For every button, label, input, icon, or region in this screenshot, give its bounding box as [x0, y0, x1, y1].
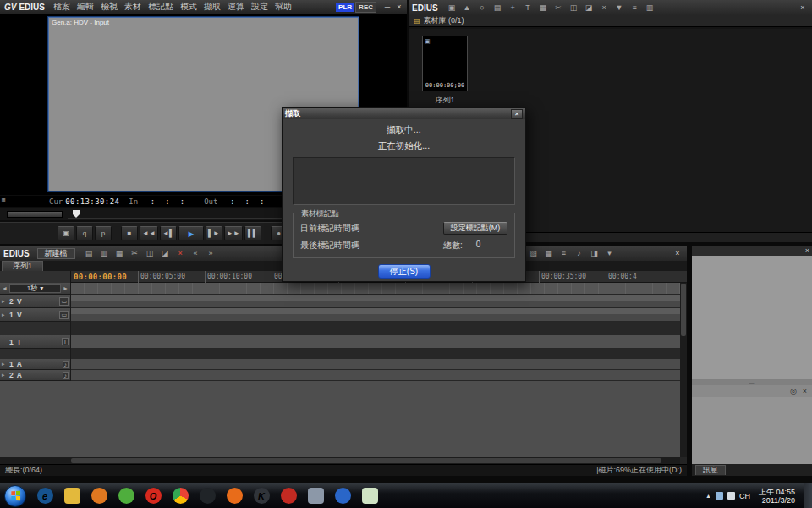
menu-view[interactable]: 檢視 [97, 1, 121, 13]
expand-icon[interactable]: ▸ [2, 372, 8, 378]
options-icon[interactable]: ▾ [603, 248, 616, 259]
explorer-icon[interactable] [59, 485, 85, 507]
audio-track-icon[interactable]: ♪ [63, 372, 69, 379]
new-project-icon[interactable]: ▤ [83, 248, 96, 259]
search-icon[interactable]: ○ [476, 3, 489, 14]
menu-file[interactable]: 檔案 [50, 1, 74, 13]
preview-icon[interactable]: ◎ [790, 387, 797, 395]
time-scale-selector[interactable]: ◄ 1秒▾ ► [0, 283, 71, 295]
audio-monitor-icon[interactable]: ♪ [573, 248, 585, 259]
open-project-icon[interactable]: ▥ [98, 248, 111, 259]
clock[interactable]: 上午 04:55 2011/3/20 [754, 488, 799, 505]
menu-render[interactable]: 運算 [224, 1, 248, 13]
expand-icon[interactable]: ▸ [2, 298, 8, 305]
track-header-2a[interactable]: ▸ 2 A ♪ [0, 370, 71, 381]
copy-icon[interactable]: ◫ [568, 3, 580, 14]
track-lane-1a[interactable] [71, 359, 680, 370]
bin-folder-label[interactable]: 素材庫 (0/1) [424, 15, 464, 26]
timeline-vscrollbar[interactable] [680, 283, 687, 457]
step-forward-button[interactable]: ▌► [206, 226, 222, 240]
qq-icon[interactable] [195, 485, 220, 507]
expand-icon[interactable]: ▸ [2, 312, 8, 318]
audio-track-icon[interactable]: ♪ [63, 361, 69, 368]
capture-button[interactable]: ▣ [58, 226, 74, 240]
folder-up-icon[interactable]: ▲ [461, 3, 474, 14]
list-view-icon[interactable]: ▥ [644, 3, 656, 14]
step-back-button[interactable]: ◄▌ [160, 226, 177, 240]
menu-mode[interactable]: 模式 [177, 1, 200, 13]
palette-close-button[interactable]: × [805, 246, 809, 255]
notepad-icon[interactable] [357, 485, 382, 507]
track-header-1a[interactable]: ▸ 1 A ♪ [0, 359, 71, 370]
scale-right-icon[interactable]: ► [63, 285, 69, 291]
undo-icon[interactable]: « [189, 248, 202, 259]
show-desktop-button[interactable] [804, 483, 812, 508]
hidden-icons-button[interactable]: ▲ [705, 493, 711, 499]
track-lane-1v[interactable] [71, 308, 680, 322]
new-sequence-icon[interactable]: ▣ [446, 3, 458, 14]
project-name-field[interactable]: 新建檔 [37, 248, 75, 259]
effects-icon[interactable]: ◨ [588, 248, 601, 259]
chrome-icon[interactable] [167, 485, 193, 507]
panel-close-icon[interactable]: × [803, 387, 807, 395]
volume-tray-icon[interactable] [727, 492, 735, 500]
expand-icon[interactable]: ▸ [2, 361, 8, 367]
scale-left-icon[interactable]: ◄ [2, 285, 8, 291]
menu-help[interactable]: 幫助 [272, 1, 295, 13]
sort-icon[interactable]: ▼ [613, 3, 626, 14]
track-header-2v[interactable]: ▸ 2 V ▭ [0, 295, 71, 308]
app-red-icon[interactable] [276, 485, 301, 507]
video-track-icon[interactable]: ▭ [59, 297, 69, 306]
calculator-icon[interactable] [303, 485, 328, 507]
player-mode-button[interactable]: PLR [336, 3, 354, 12]
start-button[interactable] [4, 485, 26, 507]
paste-icon[interactable]: ◪ [583, 3, 595, 14]
hscroll-thumb[interactable] [71, 458, 661, 463]
menu-capture[interactable]: 擷取 [200, 1, 224, 13]
track-lane-2v[interactable] [71, 295, 680, 308]
clip-name-label[interactable]: 序列1 [413, 95, 477, 106]
menu-marker[interactable]: 標記點 [145, 1, 177, 13]
save-project-icon[interactable]: ▦ [113, 248, 126, 259]
cut-icon[interactable]: ✂ [129, 248, 141, 259]
tab-sequence-1[interactable]: 序列1 [2, 261, 43, 271]
mode-icon[interactable]: ▧ [527, 248, 540, 259]
redo-icon[interactable]: » [205, 248, 217, 259]
bin-close-button[interactable]: × [797, 3, 809, 12]
scale-dropdown-icon[interactable]: ▾ [40, 284, 43, 292]
track-header-1t[interactable]: 1 T T [0, 335, 71, 349]
ie-icon[interactable]: e [32, 485, 58, 507]
mixer-icon[interactable]: ≡ [557, 248, 570, 259]
level-meter[interactable] [7, 211, 63, 218]
track-lane-2a[interactable] [71, 370, 680, 381]
view-thumbnail-icon[interactable]: ▤ [491, 3, 504, 14]
app-green-icon[interactable] [113, 485, 139, 507]
track-lane-1t[interactable] [71, 335, 680, 349]
close-button[interactable]: × [393, 3, 405, 11]
recorder-mode-button[interactable]: REC [355, 2, 376, 13]
opera-icon[interactable]: O [140, 485, 166, 507]
menu-settings[interactable]: 設定 [248, 1, 272, 13]
dialog-close-button[interactable]: × [511, 109, 523, 119]
pause-button[interactable]: ▌▌ [244, 226, 261, 240]
delete-icon[interactable]: × [598, 3, 611, 14]
title-icon[interactable]: T [522, 3, 535, 14]
clip-thumbnail[interactable]: ▣ 00:00:00;00 [422, 36, 468, 91]
dock-icon[interactable]: ▦ [2, 196, 5, 203]
delete-icon[interactable]: × [174, 248, 187, 259]
timeline-close-button[interactable]: × [672, 249, 683, 257]
timeline-empty-area[interactable] [0, 381, 680, 457]
stop-button[interactable]: ■ [121, 226, 138, 240]
network-tray-icon[interactable] [716, 492, 723, 500]
snap-icon[interactable]: ▦ [542, 248, 555, 259]
app-blue-icon[interactable] [330, 485, 355, 507]
play-button[interactable]: ► [178, 226, 204, 240]
fast-forward-button[interactable]: ►► [224, 226, 243, 240]
message-tab[interactable]: 訊息 [695, 465, 726, 475]
video-track-icon[interactable]: ▭ [59, 311, 69, 319]
palette-splitter[interactable]: — [692, 379, 812, 385]
properties-icon[interactable]: ▦ [537, 3, 550, 14]
menu-edit[interactable]: 編輯 [74, 1, 97, 13]
stop-capture-button[interactable]: 停止(S) [378, 264, 431, 279]
minimize-button[interactable]: ─ [381, 3, 393, 11]
